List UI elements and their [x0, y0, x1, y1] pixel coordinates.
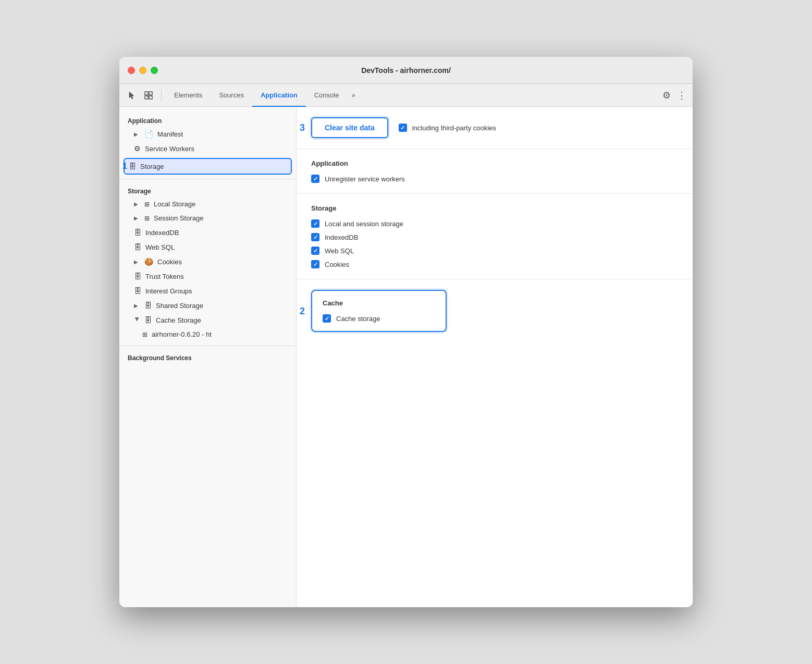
close-button[interactable]: [128, 67, 135, 74]
grid-icon-entry: ⊞: [142, 331, 147, 338]
svg-rect-0: [145, 92, 148, 95]
sidebar: Application ▶ 📄 Manifest ⚙ Service Worke…: [119, 107, 297, 607]
sidebar-item-local-storage[interactable]: ▶ ⊞ Local Storage: [119, 197, 296, 211]
arrow-icon-session: ▶: [134, 215, 140, 221]
svg-rect-2: [145, 96, 148, 99]
storage-section: Storage Local and session storage Indexe…: [297, 194, 693, 279]
sidebar-item-storage[interactable]: 🗄 Storage: [124, 158, 292, 175]
maximize-button[interactable]: [151, 67, 158, 74]
tab-bar: Elements Sources Application Console » ⚙…: [119, 84, 693, 107]
sidebar-item-cache-entry[interactable]: ⊞ airhorner-0.6.20 - ht: [119, 327, 296, 341]
sidebar-item-indexeddb[interactable]: 🗄 IndexedDB: [119, 225, 296, 240]
web-sql-row: Web SQL: [311, 247, 678, 255]
title-bar: DevTools - airhorner.com/: [119, 57, 693, 84]
sidebar-item-websql[interactable]: 🗄 Web SQL: [119, 240, 296, 254]
minimize-button[interactable]: [139, 67, 146, 74]
unregister-sw-row: Unregister service workers: [311, 175, 678, 183]
cache-storage-row: Cache storage: [323, 314, 435, 323]
db-icon-shared: 🗄: [144, 301, 152, 310]
sidebar-divider-1: [119, 179, 296, 179]
cache-storage-label: Cache storage: [336, 315, 380, 323]
cookies-row: Cookies: [311, 260, 678, 268]
svg-rect-3: [149, 96, 152, 99]
tab-bar-right: ⚙ ⋮: [662, 90, 686, 101]
indexed-db-row: IndexedDB: [311, 233, 678, 241]
svg-rect-1: [149, 92, 152, 95]
badge-2: 2: [300, 305, 305, 316]
sidebar-divider-2: [119, 346, 296, 346]
devtools-window: DevTools - airhorner.com/ Elements: [119, 57, 693, 607]
storage-section-title: Storage: [311, 204, 678, 212]
sidebar-item-interest-groups[interactable]: 🗄 Interest Groups: [119, 284, 296, 298]
cookies-checkbox[interactable]: [311, 260, 319, 268]
third-party-cookies-label: including third-party cookies: [412, 124, 496, 132]
main-content: Application ▶ 📄 Manifest ⚙ Service Worke…: [119, 107, 693, 607]
tab-sources[interactable]: Sources: [211, 84, 252, 107]
arrow-icon-shared: ▶: [134, 303, 140, 309]
unregister-sw-label: Unregister service workers: [325, 175, 405, 183]
sidebar-item-manifest[interactable]: ▶ 📄 Manifest: [119, 127, 296, 141]
indexed-db-checkbox[interactable]: [311, 233, 319, 241]
tab-more[interactable]: »: [347, 84, 359, 107]
db-icon-interest: 🗄: [134, 287, 141, 295]
sidebar-application-title: Application: [119, 113, 296, 127]
tab-application[interactable]: Application: [252, 84, 306, 107]
sidebar-background-services-title: Background Services: [119, 350, 296, 364]
sidebar-storage-title: Storage: [119, 183, 296, 197]
gear-icon: ⚙: [134, 144, 141, 153]
local-session-checkbox[interactable]: [311, 219, 319, 228]
db-icon-websql: 🗄: [134, 243, 141, 251]
cache-box: Cache Cache storage: [311, 290, 447, 332]
database-icon: 🗄: [129, 162, 136, 170]
application-section: Application Unregister service workers: [297, 149, 693, 194]
manifest-icon: 📄: [144, 130, 153, 138]
tab-icons: [126, 89, 162, 102]
web-sql-checkbox[interactable]: [311, 247, 319, 255]
sidebar-item-cookies[interactable]: ▶ 🍪 Cookies: [119, 254, 296, 269]
badge-3: 3: [300, 122, 305, 133]
header-row: 3 Clear site data including third-party …: [297, 107, 693, 149]
arrow-icon: ▶: [134, 131, 140, 137]
badge-1: 1: [122, 162, 127, 171]
local-session-label: Local and session storage: [325, 220, 403, 228]
unregister-sw-checkbox[interactable]: [311, 175, 319, 183]
more-options-icon[interactable]: ⋮: [677, 90, 686, 101]
cache-section: 2 Cache Cache storage: [297, 279, 693, 342]
db-icon-cache: 🗄: [144, 316, 152, 324]
window-title: DevTools - airhorner.com/: [361, 66, 451, 75]
cache-section-title: Cache: [323, 299, 435, 307]
application-section-title: Application: [311, 159, 678, 167]
grid-icon-local: ⊞: [144, 201, 150, 208]
third-party-cookies-row: including third-party cookies: [399, 124, 496, 132]
settings-icon[interactable]: ⚙: [662, 90, 671, 101]
local-session-row: Local and session storage: [311, 219, 678, 228]
indexed-db-label: IndexedDB: [325, 233, 358, 241]
arrow-icon-local: ▶: [134, 201, 140, 207]
db-icon-indexed: 🗄: [134, 228, 141, 237]
arrow-icon-cache: ▶: [134, 317, 140, 323]
sidebar-item-service-workers[interactable]: ⚙ Service Workers: [119, 141, 296, 156]
sidebar-item-shared-storage[interactable]: ▶ 🗄 Shared Storage: [119, 298, 296, 313]
sidebar-item-cache-storage[interactable]: ▶ 🗄 Cache Storage: [119, 313, 296, 327]
cookies-label: Cookies: [325, 261, 349, 268]
sidebar-item-trust-tokens[interactable]: 🗄 Trust Tokens: [119, 269, 296, 284]
sidebar-item-session-storage[interactable]: ▶ ⊞ Session Storage: [119, 211, 296, 225]
third-party-cookies-checkbox[interactable]: [399, 124, 407, 132]
db-icon-trust: 🗄: [134, 272, 141, 280]
right-panel: 3 Clear site data including third-party …: [297, 107, 693, 607]
tab-console[interactable]: Console: [306, 84, 348, 107]
traffic-lights: [128, 67, 158, 74]
cache-storage-checkbox[interactable]: [323, 314, 331, 323]
grid-icon-session: ⊞: [144, 215, 150, 222]
clear-site-data-button[interactable]: Clear site data: [311, 117, 388, 138]
inspect-icon[interactable]: [142, 89, 155, 102]
arrow-icon-cookies: ▶: [134, 259, 140, 265]
cursor-icon[interactable]: [126, 89, 138, 102]
cookie-icon: 🍪: [144, 257, 153, 266]
web-sql-label: Web SQL: [325, 247, 354, 255]
sidebar-item-storage-wrapper: 1 🗄 Storage: [119, 158, 296, 175]
tab-elements[interactable]: Elements: [166, 84, 211, 107]
